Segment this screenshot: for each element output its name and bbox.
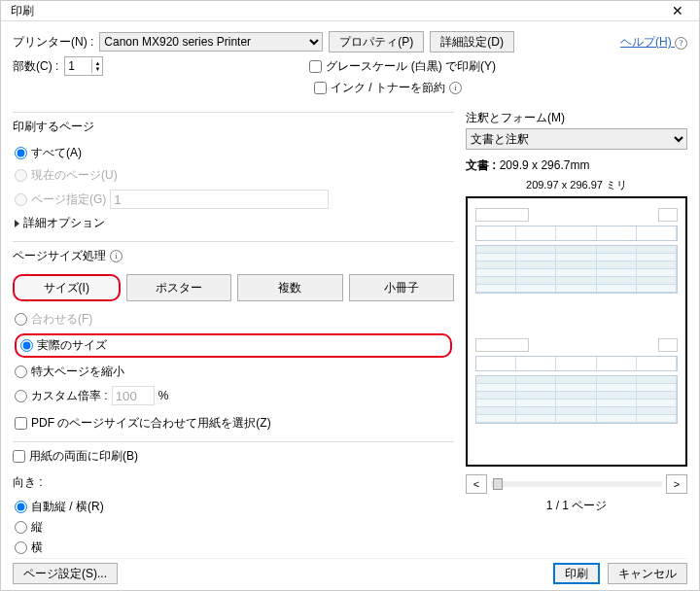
info-icon: i bbox=[449, 82, 462, 94]
printer-select[interactable]: Canon MX920 series Printer bbox=[99, 32, 323, 52]
print-preview bbox=[466, 196, 687, 467]
titlebar: 印刷 ✕ bbox=[1, 1, 699, 21]
orientation-label: 向き : bbox=[13, 474, 454, 491]
tab-booklet[interactable]: 小冊子 bbox=[349, 274, 455, 301]
pages-all-radio[interactable]: すべて(A) bbox=[15, 145, 452, 161]
close-icon[interactable]: ✕ bbox=[658, 3, 697, 18]
comments-label: 注釈とフォーム(M) bbox=[466, 110, 687, 126]
pages-group-label: 印刷するページ bbox=[13, 112, 454, 135]
prev-page-button[interactable]: < bbox=[466, 474, 487, 494]
pages-range-input bbox=[110, 190, 329, 209]
preview-size-label: 209.97 x 296.97 ミリ bbox=[466, 178, 687, 192]
printer-label: プリンター(N) : bbox=[13, 34, 93, 51]
advanced-button[interactable]: 詳細設定(D) bbox=[430, 31, 514, 52]
sizing-group-label: ページサイズ処理 bbox=[13, 248, 106, 264]
save-toner-checkbox[interactable]: インク / トナーを節約 i bbox=[314, 80, 462, 96]
window-title: 印刷 bbox=[11, 3, 34, 19]
comments-select[interactable]: 文書と注釈 bbox=[466, 128, 687, 150]
cancel-button[interactable]: キャンセル bbox=[608, 563, 687, 584]
page-counter: 1 / 1 ページ bbox=[466, 498, 687, 514]
custom-scale-radio[interactable]: カスタム倍率 : % bbox=[15, 386, 452, 405]
document-label: 文書 : bbox=[466, 158, 496, 172]
page-slider[interactable] bbox=[491, 481, 662, 487]
copies-spinner[interactable]: 1 ▲▼ bbox=[64, 56, 103, 76]
tab-multi[interactable]: 複数 bbox=[237, 274, 343, 301]
orient-auto-radio[interactable]: 自動縦 / 横(R) bbox=[15, 499, 452, 515]
fit-radio[interactable]: 合わせる(F) bbox=[15, 311, 452, 328]
tab-poster[interactable]: ポスター bbox=[126, 274, 232, 301]
more-options-toggle[interactable]: 詳細オプション bbox=[15, 215, 452, 231]
help-link[interactable]: ヘルプ(H) ? bbox=[620, 34, 687, 51]
both-sides-checkbox[interactable]: 用紙の両面に印刷(B) bbox=[13, 448, 454, 465]
properties-button[interactable]: プロパティ(P) bbox=[329, 31, 424, 52]
grayscale-checkbox[interactable]: グレースケール (白黒) で印刷(Y) bbox=[309, 58, 496, 75]
choose-paper-checkbox[interactable]: PDF のページサイズに合わせて用紙を選択(Z) bbox=[15, 415, 452, 432]
pages-current-radio: 現在のページ(U) bbox=[15, 167, 452, 184]
page-setup-button[interactable]: ページ設定(S)... bbox=[13, 563, 118, 584]
copies-label: 部数(C) : bbox=[13, 58, 58, 75]
orient-portrait-radio[interactable]: 縦 bbox=[15, 519, 452, 536]
pages-range-radio: ページ指定(G) bbox=[15, 190, 452, 209]
tab-size[interactable]: サイズ(I) bbox=[13, 274, 121, 301]
document-size: 209.9 x 296.7mm bbox=[500, 158, 590, 172]
next-page-button[interactable]: > bbox=[666, 474, 687, 494]
info-icon: i bbox=[110, 250, 122, 262]
custom-scale-input bbox=[112, 386, 155, 405]
actual-size-radio[interactable]: 実際のサイズ bbox=[15, 333, 452, 358]
print-button[interactable]: 印刷 bbox=[553, 563, 600, 584]
orient-landscape-radio[interactable]: 横 bbox=[15, 539, 452, 556]
triangle-icon bbox=[15, 220, 19, 227]
shrink-radio[interactable]: 特大ページを縮小 bbox=[15, 364, 452, 380]
help-info-icon: ? bbox=[675, 37, 687, 50]
